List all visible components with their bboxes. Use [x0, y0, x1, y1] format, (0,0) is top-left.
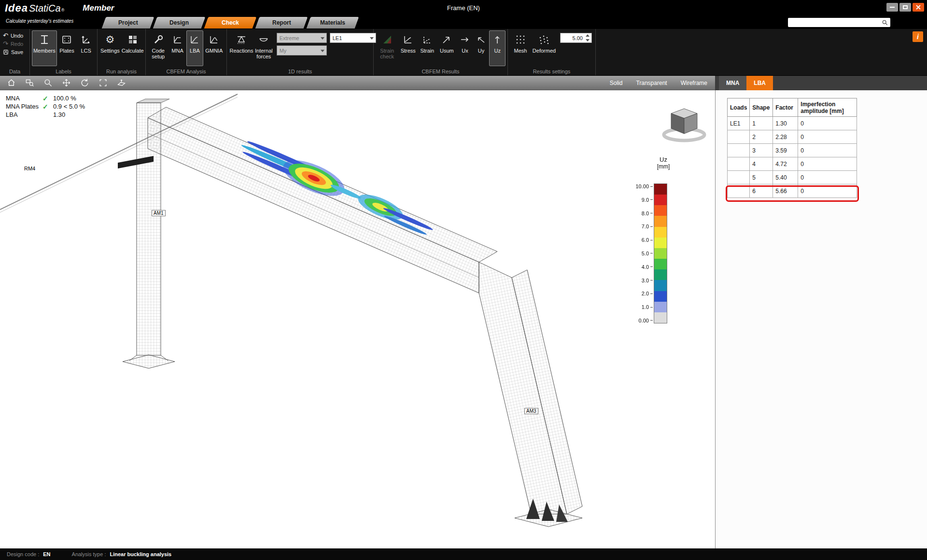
cell-factor[interactable]: 2.28: [773, 130, 798, 144]
cell-loads[interactable]: [728, 130, 750, 144]
cell-imperfection[interactable]: 0: [798, 157, 857, 171]
plates-button[interactable]: Plates: [57, 30, 77, 66]
lcs-icon: [80, 33, 92, 46]
table-row[interactable]: 2 2.28 0: [728, 130, 857, 144]
fit-to-screen-button[interactable]: [98, 78, 108, 88]
redo-button[interactable]: ↷Redo: [2, 40, 24, 48]
table-row[interactable]: 5 5.40 0: [728, 171, 857, 184]
view-mode-wireframe[interactable]: Wireframe: [681, 80, 707, 86]
uz-button[interactable]: Uz: [489, 30, 506, 66]
cell-imperfection[interactable]: 0: [798, 144, 857, 157]
structure-canvas[interactable]: [0, 90, 715, 548]
cell-imperfection[interactable]: 0: [798, 130, 857, 144]
cell-loads[interactable]: [728, 184, 750, 198]
gmnia-button[interactable]: GMNIA: [203, 30, 225, 66]
members-button[interactable]: Members: [32, 30, 57, 66]
calculate-label: Calculate: [122, 48, 144, 54]
cell-imperfection[interactable]: 0: [798, 117, 857, 130]
panel-tab-mna[interactable]: MNA: [719, 76, 746, 90]
cell-loads[interactable]: [728, 144, 750, 157]
cell-factor[interactable]: 5.40: [773, 171, 798, 184]
internal-forces-label: Internal forces: [255, 48, 273, 59]
results-panel: Loads Shape Factor Imperfection amplitud…: [715, 90, 927, 548]
cell-shape[interactable]: 4: [750, 157, 773, 171]
search-icon[interactable]: [881, 19, 889, 27]
strain-icon: [421, 33, 433, 46]
cell-imperfection[interactable]: 0: [798, 184, 857, 198]
table-row[interactable]: 4 4.72 0: [728, 157, 857, 171]
cell-shape[interactable]: 1: [750, 117, 773, 130]
status-bar: Design code : EN Analysis type : Linear …: [0, 548, 927, 560]
cell-shape[interactable]: 6: [750, 184, 773, 198]
my-dropdown-value: My: [280, 48, 287, 54]
cell-loads[interactable]: LE1: [728, 117, 750, 130]
calculate-button[interactable]: Calculate: [121, 30, 145, 66]
table-row[interactable]: 3 3.59 0: [728, 144, 857, 157]
cell-shape[interactable]: 5: [750, 171, 773, 184]
deformed-scale-stepper[interactable]: 5.00: [560, 33, 592, 43]
info-button[interactable]: i: [913, 31, 923, 42]
code-setup-button[interactable]: Code setup: [148, 30, 169, 66]
settings-button[interactable]: ⚙ Settings: [99, 30, 121, 66]
tab-report[interactable]: Report: [255, 17, 308, 28]
reactions-button[interactable]: Reactions: [229, 30, 254, 66]
extreme-dropdown-value: Extreme: [280, 35, 299, 41]
uy-button[interactable]: Uy: [473, 30, 490, 66]
tab-design[interactable]: Design: [153, 17, 206, 28]
strain-check-label: Strain check: [377, 48, 397, 59]
spinner-down-button[interactable]: [585, 38, 590, 42]
rotate-button[interactable]: [79, 78, 90, 88]
table-row-highlighted[interactable]: 6 5.66 0: [728, 184, 857, 198]
tab-materials[interactable]: Materials: [307, 17, 359, 28]
save-button[interactable]: Save: [2, 48, 24, 56]
cell-loads[interactable]: [728, 157, 750, 171]
cell-factor[interactable]: 5.66: [773, 184, 798, 198]
search-input[interactable]: [788, 20, 881, 26]
panel-tab-lba[interactable]: LBA: [746, 76, 773, 90]
mna-button[interactable]: MNA: [169, 30, 186, 66]
maximize-button[interactable]: [899, 3, 911, 12]
undo-button[interactable]: ↶Undo: [2, 31, 24, 40]
cell-imperfection[interactable]: 0: [798, 171, 857, 184]
analysis-type-value: Linear buckling analysis: [110, 551, 171, 557]
load-case-dropdown[interactable]: LE1: [330, 33, 376, 43]
lba-button[interactable]: LBA: [186, 30, 204, 66]
tab-project[interactable]: Project: [102, 17, 154, 28]
usum-button[interactable]: Usum: [437, 30, 457, 66]
viewport-3d[interactable]: MNA ✓ 100.0 % MNA Plates ✓ 0.9 < 5.0 % L…: [0, 90, 715, 548]
minimize-button[interactable]: [886, 3, 898, 12]
cell-factor[interactable]: 3.59: [773, 144, 798, 157]
home-view-button[interactable]: [6, 78, 16, 88]
extreme-dropdown[interactable]: Extreme: [277, 33, 327, 43]
strain-check-button[interactable]: Strain check: [376, 30, 398, 66]
zoom-window-button[interactable]: [24, 78, 35, 88]
clipping-plane-button[interactable]: [116, 78, 126, 88]
close-button[interactable]: [913, 3, 924, 12]
nav-cube[interactable]: [664, 109, 704, 140]
summary-lba-value: 1.30: [53, 111, 85, 118]
stress-button[interactable]: Stress: [398, 30, 418, 66]
view-mode-solid[interactable]: Solid: [610, 80, 623, 86]
strain-button[interactable]: Strain: [418, 30, 437, 66]
spinner-up-button[interactable]: [585, 33, 590, 38]
cell-factor[interactable]: 4.72: [773, 157, 798, 171]
my-dropdown[interactable]: My: [277, 45, 327, 56]
table-row[interactable]: LE1 1 1.30 0: [728, 117, 857, 130]
deformed-button[interactable]: Deformed: [531, 30, 557, 66]
lcs-button[interactable]: LCS: [77, 30, 95, 66]
tab-check[interactable]: Check: [204, 17, 257, 28]
ux-button[interactable]: Ux: [457, 30, 473, 66]
col-header-imperfection: Imperfection amplitude [mm]: [798, 98, 857, 117]
pan-button[interactable]: [61, 78, 71, 88]
cell-factor[interactable]: 1.30: [773, 117, 798, 130]
group-label-labels: Labels: [30, 69, 97, 74]
reactions-label: Reactions: [230, 48, 253, 54]
view-mode-transparent[interactable]: Transparent: [636, 80, 667, 86]
cell-shape[interactable]: 3: [750, 144, 773, 157]
cell-loads[interactable]: [728, 171, 750, 184]
internal-forces-button[interactable]: Internal forces: [254, 30, 274, 66]
zoom-button[interactable]: [42, 78, 53, 88]
close-icon: [916, 5, 921, 10]
mesh-button[interactable]: Mesh: [510, 30, 531, 66]
cell-shape[interactable]: 2: [750, 130, 773, 144]
